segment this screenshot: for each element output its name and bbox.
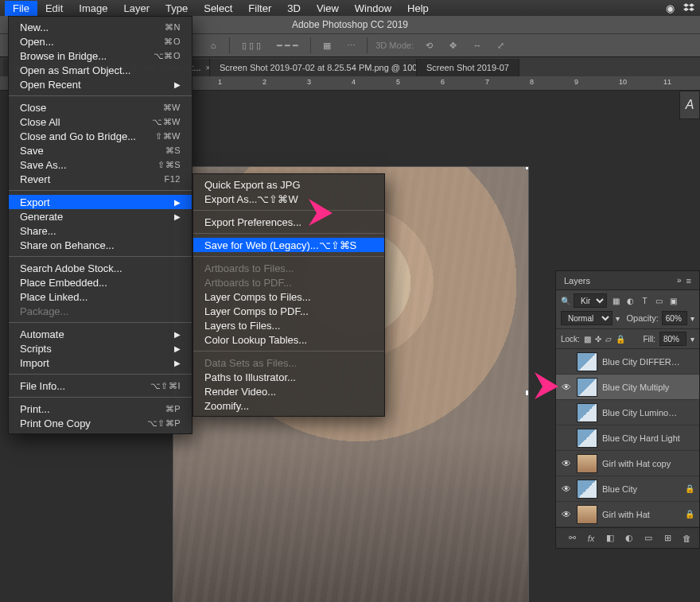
menu-window[interactable]: Window [347, 1, 399, 16]
layer-name[interactable]: Blue City DIFFERENCE [602, 357, 680, 367]
lock-all-icon[interactable]: 🔒 [616, 335, 625, 344]
panel-menu-icon[interactable]: ≡ [686, 276, 691, 285]
lock-position-icon[interactable]: ✜ [595, 335, 601, 344]
menu-item[interactable]: Render Video... [193, 384, 384, 398]
filter-pixel-icon[interactable]: ▦ [610, 295, 622, 307]
menu-item[interactable]: Close⌘W [9, 100, 192, 115]
group-icon[interactable]: ▭ [642, 532, 655, 545]
layer-thumbnail[interactable] [577, 429, 597, 448]
layer-row[interactable]: Blue City DIFFERENCE [556, 349, 699, 375]
menu-view[interactable]: View [309, 1, 347, 16]
menu-item[interactable]: RevertF12 [9, 172, 192, 186]
menu-item[interactable]: Search Adobe Stock... [9, 261, 192, 275]
align-horizontal-group[interactable]: ━ ━ ━ [273, 37, 302, 53]
menu-3d[interactable]: 3D [279, 1, 309, 16]
transform-handle[interactable] [525, 167, 528, 170]
filter-type-icon[interactable]: T [639, 295, 651, 307]
menu-item[interactable]: Export As...⌥⇧⌘W [193, 192, 384, 206]
layer-row[interactable]: 👁Girl with Hat🔒 [556, 502, 699, 527]
layer-style-icon[interactable]: fx [585, 532, 597, 545]
layer-thumbnail[interactable] [577, 480, 597, 499]
menu-item[interactable]: Export Preferences... [193, 215, 384, 229]
link-layers-icon[interactable]: ⚯ [566, 532, 578, 545]
layer-name[interactable]: Girl with Hat [602, 510, 680, 519]
layer-filter-kind[interactable]: Kind [574, 293, 607, 308]
fill-value[interactable]: 80% [659, 332, 686, 346]
menu-item[interactable]: Save⌘S [9, 143, 192, 157]
new-layer-icon[interactable]: ⊞ [661, 532, 674, 545]
layer-thumbnail[interactable] [577, 454, 597, 473]
align-vertical-group[interactable]: ▯ ▯ ▯ [238, 37, 265, 53]
tab-document-2[interactable]: Screen Shot 2019-07-02 at 8.25.54 PM.png… [210, 59, 417, 76]
layer-name[interactable]: Girl with Hat copy [602, 459, 680, 468]
menu-filter[interactable]: Filter [240, 1, 279, 16]
menu-type[interactable]: Type [158, 1, 196, 16]
layer-row[interactable]: 👁Girl with Hat copy [556, 451, 699, 476]
layer-name[interactable]: Blue City Luminosity [602, 408, 680, 418]
menu-item[interactable]: Layer Comps to Files... [193, 289, 384, 304]
layer-thumbnail[interactable] [577, 352, 597, 371]
chevron-down-icon[interactable]: ▾ [690, 314, 694, 323]
delete-layer-icon[interactable]: 🗑 [680, 532, 693, 545]
visibility-toggle[interactable]: 👁 [561, 509, 572, 520]
menu-item[interactable]: File Info...⌥⇧⌘I [9, 379, 192, 393]
chevron-down-icon[interactable]: ▾ [690, 335, 694, 344]
menu-item[interactable]: Print...⌘P [9, 402, 192, 416]
menu-help[interactable]: Help [399, 1, 437, 16]
menu-item[interactable]: Share... [9, 223, 192, 238]
3d-slide-icon[interactable]: ↔ [469, 37, 485, 53]
filter-smart-icon[interactable]: ▣ [667, 295, 679, 307]
layer-row[interactable]: 👁Blue City Multiply [556, 375, 699, 400]
menu-item[interactable]: Browse in Bridge...⌥⌘O [9, 49, 192, 63]
layers-panel-header[interactable]: Layers » ≡ [556, 271, 699, 290]
layer-name[interactable]: Blue City Hard Light [602, 433, 680, 443]
cc-status-icon[interactable]: ◉ [663, 2, 676, 14]
collapse-icon[interactable]: » [677, 276, 680, 285]
transform-handle[interactable] [525, 390, 528, 396]
home-icon[interactable]: ⌂ [205, 37, 221, 53]
menu-item[interactable]: Save for Web (Legacy)...⌥⇧⌘S [193, 238, 384, 252]
layer-row[interactable]: 👁Blue City🔒 [556, 476, 699, 502]
layer-name[interactable]: Blue City [602, 484, 680, 494]
lock-pixels-icon[interactable]: ▩ [584, 335, 591, 344]
menu-item[interactable]: Import▶ [9, 355, 192, 370]
menu-item[interactable]: Scripts▶ [9, 341, 192, 355]
adjustment-layer-icon[interactable]: ◐ [623, 532, 636, 545]
layer-row[interactable]: Blue City Hard Light [556, 425, 699, 451]
menu-item[interactable]: Export▶ [9, 195, 192, 209]
menu-item[interactable]: Save As...⇧⌘S [9, 157, 192, 172]
menu-item[interactable]: Print One Copy⌥⇧⌘P [9, 416, 192, 430]
menu-item[interactable]: Paths to Illustrator... [193, 370, 384, 384]
menu-item[interactable]: Generate▶ [9, 209, 192, 223]
menu-file[interactable]: File [5, 1, 37, 16]
menu-item[interactable]: Open as Smart Object... [9, 63, 192, 77]
layer-thumbnail[interactable] [577, 378, 597, 397]
menu-layer[interactable]: Layer [116, 1, 158, 16]
blend-mode-select[interactable]: Normal [561, 311, 612, 325]
lock-artboard-icon[interactable]: ▱ [605, 335, 612, 344]
dropbox-icon[interactable] [682, 2, 695, 14]
visibility-toggle[interactable]: 👁 [561, 458, 572, 469]
menu-item[interactable]: Layer Comps to PDF... [193, 304, 384, 318]
menu-item[interactable]: Open...⌘O [9, 34, 192, 49]
3d-pan-icon[interactable]: ✥ [445, 37, 461, 53]
menu-item[interactable]: Color Lookup Tables... [193, 332, 384, 347]
menu-item[interactable]: Place Embedded... [9, 275, 192, 289]
menu-item[interactable]: Close and Go to Bridge...⇧⌘W [9, 129, 192, 143]
layer-thumbnail[interactable] [577, 403, 597, 422]
tab-document-3[interactable]: Screen Shot 2019-07 [417, 59, 519, 76]
3d-orbit-icon[interactable]: ⟲ [422, 37, 438, 53]
menu-item[interactable]: Automate▶ [9, 327, 192, 341]
visibility-toggle[interactable]: 👁 [561, 484, 572, 495]
more-options-icon[interactable]: ⋯ [343, 37, 359, 53]
opacity-value[interactable]: 60% [662, 311, 687, 325]
menu-item[interactable]: Layers to Files... [193, 318, 384, 332]
layer-thumbnail[interactable] [577, 505, 597, 524]
menu-item[interactable]: Quick Export as JPG [193, 177, 384, 192]
menu-item[interactable]: New...⌘N [9, 20, 192, 34]
layer-mask-icon[interactable]: ◧ [604, 532, 616, 545]
filter-shape-icon[interactable]: ▭ [653, 295, 665, 307]
character-panel-icon[interactable]: A [679, 91, 700, 119]
menu-item[interactable]: Place Linked... [9, 289, 192, 304]
layer-row[interactable]: Blue City Luminosity [556, 400, 699, 425]
